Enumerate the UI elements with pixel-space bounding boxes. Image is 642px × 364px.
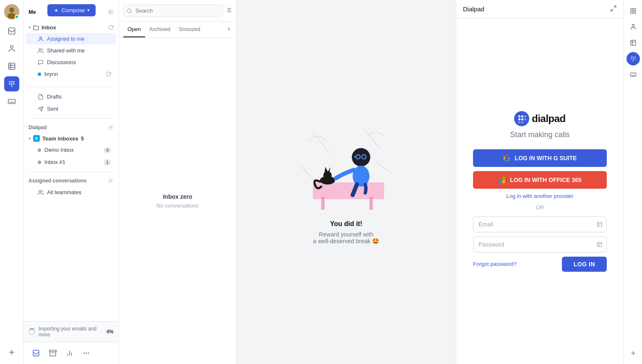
office365-icon <box>498 176 506 184</box>
plus-icon[interactable] <box>4 345 19 360</box>
compose-button[interactable]: Compose ▾ <box>47 4 96 16</box>
right-icon-bar <box>624 0 642 364</box>
bottom-nav-more[interactable] <box>79 346 94 361</box>
online-status-dot <box>15 15 19 19</box>
sidebar-item-demo-inbox[interactable]: Demo Inbox 4 <box>26 144 116 156</box>
sort-icon[interactable] <box>225 7 232 15</box>
svg-line-67 <box>614 6 616 8</box>
bottom-nav-inbox[interactable] <box>29 346 44 361</box>
svg-rect-101 <box>634 58 635 59</box>
search-input[interactable] <box>123 4 223 17</box>
svg-rect-12 <box>9 83 10 84</box>
svg-rect-91 <box>634 11 636 13</box>
sidebar-item-assigned-to-me[interactable]: Assigned to me <box>26 33 116 44</box>
keyboard-icon[interactable] <box>4 94 19 109</box>
dialpad-logo-icon <box>514 111 529 126</box>
sidebar-item-inbox-1[interactable]: Inbox #1 1 <box>26 156 116 168</box>
tab-snoozed[interactable]: Snoozed <box>174 22 204 37</box>
svg-line-52 <box>363 128 380 149</box>
svg-point-1 <box>9 8 14 13</box>
dialpad-logo: dialpad <box>514 111 566 126</box>
icon-bar <box>0 0 23 364</box>
dialpad-login-form: Forgot password? LOG IN <box>473 216 607 272</box>
svg-rect-57 <box>369 197 373 210</box>
inbox-folder-icon <box>33 25 39 31</box>
inbox-icon[interactable] <box>4 23 19 39</box>
sidebar-item-sent[interactable]: Sent <box>26 103 116 114</box>
tab-open[interactable]: Open <box>123 22 145 37</box>
dialpad-panel: Dialpad dialpad Start making calls <box>456 0 624 364</box>
sidebar-item-all-teammates[interactable]: All teammates <box>26 187 116 198</box>
password-input[interactable] <box>473 237 607 252</box>
svg-rect-10 <box>11 81 12 82</box>
team-inboxes-chevron-icon: ▾ <box>29 136 31 141</box>
sidebar-divider-1 <box>29 87 114 87</box>
sidebar-item-brynn[interactable]: brynn <box>26 68 116 80</box>
svg-point-31 <box>110 127 112 128</box>
svg-point-32 <box>110 180 112 182</box>
right-icon-grid[interactable] <box>626 4 640 18</box>
inbox-group[interactable]: ▾ Inbox <box>23 22 119 33</box>
bottom-nav-archive[interactable] <box>45 346 60 361</box>
login-office365-button[interactable]: LOG IN WITH OFFICE 365 <box>473 171 607 189</box>
table-icon[interactable] <box>4 59 19 74</box>
right-icon-table[interactable] <box>626 36 640 49</box>
bottom-nav-reports[interactable] <box>62 346 77 361</box>
svg-marker-60 <box>325 167 328 172</box>
dialpad-icon[interactable] <box>4 76 19 91</box>
conversation-search <box>119 0 236 22</box>
right-icon-plus[interactable] <box>626 346 640 360</box>
team-inboxes-group[interactable]: ▾ D Team inboxes 5 <box>23 133 119 144</box>
dialpad-d-badge: D <box>33 135 40 142</box>
sidebar-item-drafts[interactable]: Drafts <box>26 91 116 102</box>
sidebar-item-discussions[interactable]: Discussions <box>26 57 116 68</box>
svg-rect-96 <box>631 57 632 57</box>
sidebar-divider-3 <box>29 172 114 172</box>
svg-rect-75 <box>521 121 523 123</box>
svg-point-4 <box>10 46 13 49</box>
tab-more-icon[interactable] <box>226 26 232 33</box>
avatar[interactable] <box>4 4 19 19</box>
inbox-refresh-icon[interactable] <box>108 25 114 30</box>
svg-rect-35 <box>49 350 57 352</box>
svg-rect-79 <box>502 177 505 179</box>
svg-rect-13 <box>11 83 12 84</box>
svg-line-51 <box>313 132 330 153</box>
dialpad-panel-title: Dialpad <box>463 5 484 13</box>
tab-archived[interactable]: Archived <box>145 22 175 37</box>
login-gsuite-button[interactable]: LOG IN WITH G SUITE <box>473 149 607 167</box>
svg-point-41 <box>86 353 87 354</box>
assigned-convs-gear-icon[interactable] <box>108 178 114 184</box>
password-icon <box>597 242 603 247</box>
inbox-zero-illustration <box>288 120 405 212</box>
other-provider-link[interactable]: Log in with another provider <box>506 193 573 199</box>
svg-rect-72 <box>518 121 520 123</box>
svg-point-28 <box>39 48 41 50</box>
svg-rect-78 <box>499 177 502 179</box>
login-button[interactable]: LOG IN <box>562 257 607 272</box>
svg-rect-76 <box>524 115 526 117</box>
sidebar-gear-icon[interactable] <box>107 9 114 16</box>
svg-rect-88 <box>631 8 633 10</box>
svg-rect-74 <box>521 118 523 120</box>
sidebar-item-shared-with-me[interactable]: Shared with me <box>26 45 116 56</box>
shared-with-me-icon <box>38 48 44 54</box>
dialpad-header: Dialpad <box>456 0 624 18</box>
import-text: Importing your emails and more <box>39 326 103 338</box>
contacts-icon[interactable] <box>4 41 19 56</box>
svg-rect-85 <box>598 242 602 247</box>
empty-title: Inbox zero <box>163 193 192 200</box>
middle-content: You did it! Reward yourself with a well-… <box>237 0 456 364</box>
dialpad-expand-icon[interactable] <box>610 5 617 13</box>
right-icon-dialpad-active[interactable] <box>626 52 640 65</box>
right-icon-person[interactable] <box>626 20 640 34</box>
svg-rect-81 <box>502 180 505 183</box>
forgot-password-link[interactable]: Forgot password? <box>473 261 517 267</box>
dialpad-section-gear-icon[interactable] <box>108 125 114 130</box>
right-icon-keyboard[interactable] <box>626 68 640 81</box>
svg-rect-71 <box>518 118 520 120</box>
svg-line-44 <box>130 12 131 13</box>
dialpad-tagline: Start making calls <box>510 130 569 139</box>
svg-rect-11 <box>13 81 14 82</box>
email-input[interactable] <box>473 216 607 232</box>
